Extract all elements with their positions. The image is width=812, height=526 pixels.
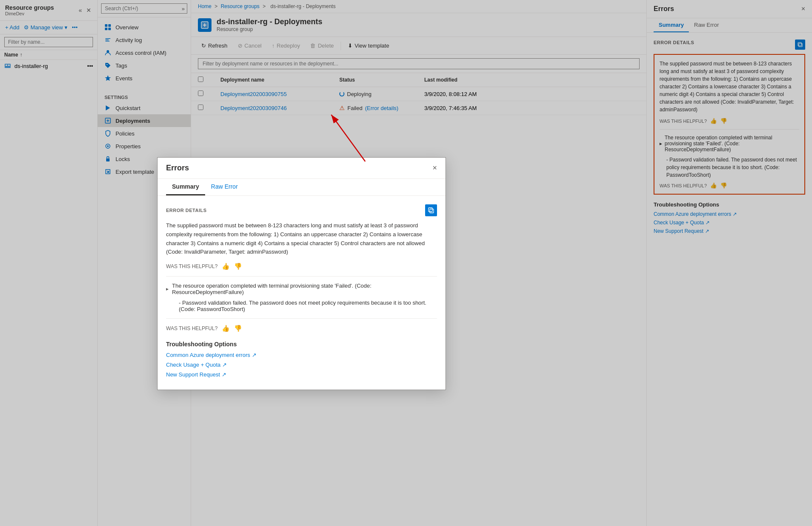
modal-tabs: Summary Raw Error xyxy=(158,179,445,196)
modal-sub-error-header: The resource operation completed with te… xyxy=(172,283,437,295)
modal-copy-button[interactable] xyxy=(425,204,437,216)
modal-troubleshooting-link-2[interactable]: Check Usage + Quota ↗ xyxy=(166,362,437,368)
modal-copy-icon xyxy=(428,207,434,214)
modal-header: Errors × xyxy=(158,158,445,179)
modal-was-helpful-label: WAS THIS HELPFUL? xyxy=(166,263,217,269)
errors-modal: Errors × Summary Raw Error ERROR DETAILS… xyxy=(157,157,446,390)
modal-helpful-row-2: WAS THIS HELPFUL? 👍 👎 xyxy=(166,325,437,332)
modal-error-details-label: ERROR DETAILS xyxy=(166,204,437,216)
modal-troubleshooting-link-3[interactable]: New Support Request ↗ xyxy=(166,371,437,378)
modal-thumbs-down[interactable]: 👎 xyxy=(234,263,242,270)
modal-troubleshooting-title: Troubleshooting Options xyxy=(166,341,437,348)
modal-troubleshooting: Troubleshooting Options Common Azure dep… xyxy=(166,341,437,378)
modal-divider-2 xyxy=(166,318,437,319)
modal-thumbs-down-2[interactable]: 👎 xyxy=(234,325,242,332)
modal-title: Errors xyxy=(166,164,189,173)
modal-thumbs-up-2[interactable]: 👍 xyxy=(222,325,230,332)
modal-close-button[interactable]: × xyxy=(432,164,437,173)
modal-tab-raw-error[interactable]: Raw Error xyxy=(205,179,244,195)
modal-helpful-row-1: WAS THIS HELPFUL? 👍 👎 xyxy=(166,263,437,270)
modal-sub-header[interactable]: ▸ The resource operation completed with … xyxy=(166,283,437,295)
modal-thumbs-up[interactable]: 👍 xyxy=(222,263,230,270)
modal-sub-bullet: - Password validation failed. The passwo… xyxy=(166,300,437,312)
svg-rect-20 xyxy=(430,209,434,213)
modal-main-error: The supplied password must be between 8-… xyxy=(166,221,437,257)
svg-rect-21 xyxy=(429,208,432,212)
modal-expand-icon: ▸ xyxy=(166,286,169,292)
modal-was-helpful-label-2: WAS THIS HELPFUL? xyxy=(166,325,217,331)
modal-troubleshooting-link-1[interactable]: Common Azure deployment errors ↗ xyxy=(166,352,437,358)
modal-content: ERROR DETAILS The supplied password must… xyxy=(158,196,445,390)
modal-divider xyxy=(166,276,437,277)
modal-tab-summary[interactable]: Summary xyxy=(166,179,205,195)
